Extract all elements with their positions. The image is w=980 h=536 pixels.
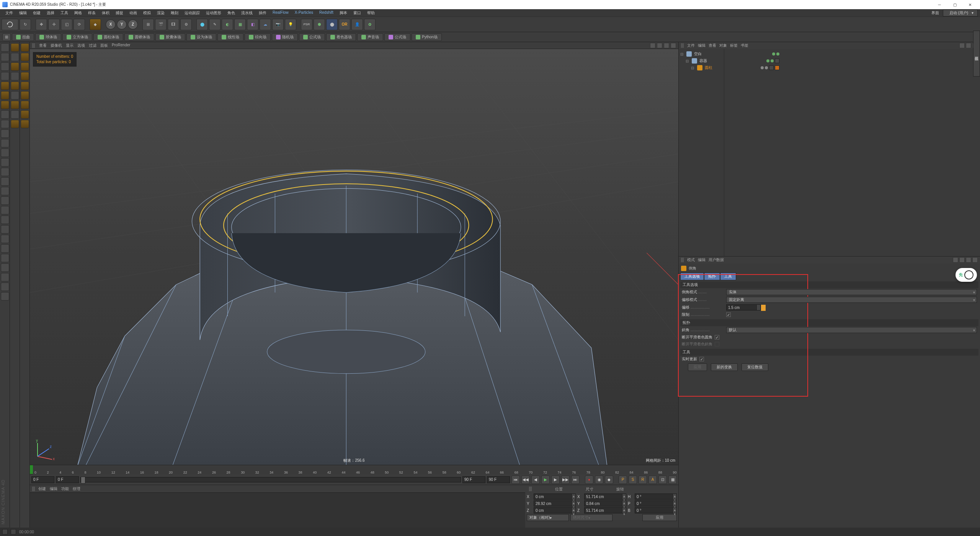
- time-slider[interactable]: [80, 477, 461, 482]
- xpresso[interactable]: ⬢: [314, 19, 325, 30]
- locked[interactable]: [1, 158, 9, 167]
- field-公式场[interactable]: 公式场: [299, 33, 325, 41]
- end-frame-field-2[interactable]: 90 F: [487, 476, 510, 483]
- vp-menu-显示[interactable]: 显示: [66, 43, 74, 48]
- menu-X-Particles[interactable]: X-Particles: [292, 10, 315, 16]
- bevel-mode-dropdown[interactable]: 实体▾: [726, 289, 977, 295]
- p2-9[interactable]: [11, 120, 19, 128]
- camera[interactable]: 📷: [272, 19, 284, 30]
- object-row-容器[interactable]: ⊟容器: [680, 57, 978, 64]
- menu-雕刻[interactable]: 雕刻: [168, 10, 181, 16]
- render-region[interactable]: 🎞: [168, 19, 179, 30]
- object-row-圆柱[interactable]: ⊟圆柱: [680, 64, 978, 71]
- menu-模拟[interactable]: 模拟: [141, 10, 153, 16]
- attr-back-icon[interactable]: [953, 257, 958, 263]
- field-立方体场[interactable]: 立方体场: [62, 33, 92, 41]
- menu-选择[interactable]: 选择: [44, 10, 57, 16]
- field-着色器场[interactable]: 着色器场: [326, 33, 356, 41]
- apply-button[interactable]: 应用: [688, 363, 707, 371]
- x-axis-lock[interactable]: X: [106, 20, 116, 29]
- coord-rot-P[interactable]: 0 °▴▾: [635, 500, 677, 507]
- objmenu-编辑[interactable]: 编辑: [698, 43, 706, 48]
- keyframe-sel[interactable]: ◆: [605, 476, 613, 484]
- objmgr-view-icon[interactable]: [966, 43, 971, 48]
- rotate-tool[interactable]: ⟳: [74, 19, 85, 30]
- filter-4[interactable]: [1, 235, 9, 243]
- menu-窗口[interactable]: 窗口: [351, 10, 363, 16]
- menu-帮助[interactable]: 帮助: [365, 10, 377, 16]
- tag-icon[interactable]: [775, 65, 779, 70]
- mattab-功能[interactable]: 功能: [61, 486, 69, 492]
- fields-toggle[interactable]: ⊞: [2, 33, 11, 41]
- keymode-a[interactable]: A: [648, 476, 657, 484]
- p2-6[interactable]: [11, 91, 19, 100]
- status-icon-2[interactable]: [11, 529, 16, 534]
- p2-8[interactable]: [11, 110, 19, 119]
- field-Python场[interactable]: Python场: [412, 33, 442, 41]
- filter-10[interactable]: [1, 292, 9, 301]
- field-声音场[interactable]: 声音场: [357, 33, 383, 41]
- limit-checkbox[interactable]: ✓: [726, 312, 731, 317]
- point-mode[interactable]: [1, 82, 9, 90]
- filter-7[interactable]: [1, 263, 9, 272]
- field-圆柱体场[interactable]: 圆柱体场: [93, 33, 123, 41]
- objmgr-search-icon[interactable]: [959, 43, 965, 48]
- next-key[interactable]: ▶▶: [561, 476, 570, 484]
- objmenu-查看[interactable]: 查看: [709, 43, 716, 48]
- window-close-button[interactable]: ✕: [962, 1, 978, 8]
- attr-fwd-icon[interactable]: [959, 257, 965, 263]
- make-editable[interactable]: [1, 43, 9, 52]
- p3-6[interactable]: [21, 91, 29, 100]
- menu-Redshift[interactable]: Redshift: [317, 10, 336, 16]
- normals[interactable]: [1, 187, 9, 195]
- vp-nav-2[interactable]: [657, 43, 662, 48]
- menu-编辑[interactable]: 编辑: [17, 10, 29, 16]
- miter-dropdown[interactable]: 默认▾: [726, 327, 977, 333]
- psr-toggle[interactable]: PSR: [301, 19, 312, 30]
- viewport[interactable]: Number of emitters: 0 Total live particl…: [30, 49, 678, 465]
- material-manager-body[interactable]: [30, 492, 525, 528]
- vp-nav-3[interactable]: [664, 43, 669, 48]
- filter-9[interactable]: [1, 283, 9, 291]
- menu-渲染[interactable]: 渲染: [155, 10, 167, 16]
- filter-5[interactable]: [1, 244, 9, 253]
- deformer[interactable]: ◧: [247, 19, 258, 30]
- vp-nav-4[interactable]: [671, 43, 676, 48]
- workplane-mode[interactable]: [1, 72, 9, 80]
- edge-mode[interactable]: [1, 91, 9, 100]
- render-settings[interactable]: ⚙: [180, 19, 192, 30]
- attrmenu-用户数据[interactable]: 用户数据: [709, 257, 724, 263]
- redo-button[interactable]: ↻: [20, 19, 31, 30]
- spline-pen[interactable]: ✎: [209, 19, 220, 30]
- attrmenu-模式[interactable]: 模式: [687, 257, 695, 263]
- keymode-opt[interactable]: ▦: [668, 476, 677, 484]
- quantize[interactable]: [1, 177, 9, 186]
- tag-icon[interactable]: [775, 59, 779, 63]
- field-球体场[interactable]: 球体场: [35, 33, 61, 41]
- vp-menu-查看[interactable]: 查看: [39, 43, 47, 48]
- coord-size-Z[interactable]: 51.714 cm▴▾: [584, 507, 626, 513]
- keymode-r[interactable]: R: [639, 476, 647, 484]
- polygon-mode[interactable]: [1, 101, 9, 109]
- select-tool[interactable]: ✥: [36, 19, 47, 30]
- menu-动画[interactable]: 动画: [127, 10, 139, 16]
- soft-select[interactable]: [1, 168, 9, 176]
- start-frame-field[interactable]: 0 F: [31, 476, 54, 483]
- p2-2[interactable]: [11, 53, 19, 61]
- vp-nav-1[interactable]: [650, 43, 655, 48]
- new-transform-button[interactable]: 新的变换: [711, 363, 738, 371]
- filter-1[interactable]: [1, 206, 9, 214]
- phantom[interactable]: [1, 196, 9, 205]
- objmenu-标签[interactable]: 标签: [730, 43, 738, 48]
- menu-样条[interactable]: 样条: [86, 10, 98, 16]
- p2-5[interactable]: [11, 82, 19, 90]
- vp-menu-面板[interactable]: 面板: [100, 43, 108, 48]
- current-frame-field[interactable]: 0 F: [56, 476, 79, 483]
- break-miter-checkbox[interactable]: [715, 342, 719, 346]
- attrmenu-编辑[interactable]: 编辑: [698, 257, 706, 263]
- object-row-空白[interactable]: ⊟空白: [680, 51, 978, 57]
- play[interactable]: ▶: [541, 476, 550, 484]
- filter-6[interactable]: [1, 254, 9, 262]
- coord-size-Y[interactable]: 0.84 cm▴▾: [584, 500, 626, 507]
- record-key[interactable]: ●: [585, 476, 593, 484]
